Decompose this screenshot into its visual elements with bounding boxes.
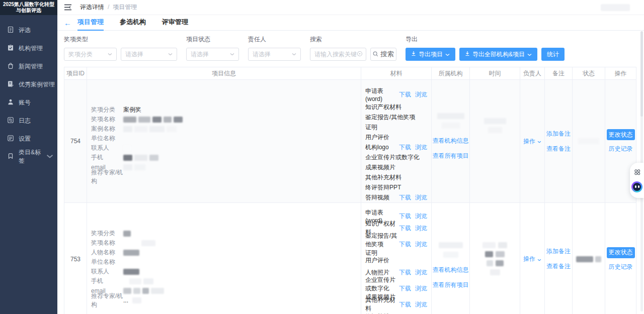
chevron-down-icon bbox=[46, 153, 53, 161]
assistant-robot-icon[interactable] bbox=[631, 181, 642, 192]
project-status-select[interactable]: 请选择 bbox=[186, 48, 239, 61]
redacted-text bbox=[498, 242, 507, 248]
sidebar-item-review[interactable]: 评选 bbox=[0, 21, 57, 39]
select-placeholder: 请选择 bbox=[191, 50, 209, 59]
change-status-button[interactable]: 更改状态 bbox=[607, 247, 635, 258]
material-name: 终评答辩PPT bbox=[365, 183, 427, 192]
col-header-materials: 材料 bbox=[361, 67, 432, 79]
download-link[interactable]: 下载 bbox=[399, 90, 411, 99]
owner-select[interactable]: 请选择 bbox=[248, 48, 301, 61]
history-link[interactable]: 历史记录 bbox=[609, 145, 633, 153]
redacted-text bbox=[123, 155, 132, 161]
table-row: 753 奖项分类 奖项名称 人物名称 单位名称 联系人 手机 email 推荐专… bbox=[64, 203, 636, 314]
collapse-menu-icon[interactable] bbox=[64, 4, 72, 11]
sidebar-item-account[interactable]: 账号 bbox=[0, 93, 57, 112]
stats-button[interactable]: 统计 bbox=[541, 48, 565, 61]
owner-action-label: 操作 bbox=[523, 255, 535, 263]
time-cell bbox=[470, 80, 520, 202]
org-cell: 查看机构信息 查看所有项目 bbox=[432, 203, 470, 314]
owner-action-dropdown[interactable]: 操作 bbox=[523, 255, 541, 263]
view-note-link[interactable]: 查看备注 bbox=[546, 145, 571, 153]
col-header-time: 时间 bbox=[470, 67, 520, 79]
download-link[interactable]: 下载 bbox=[399, 240, 411, 249]
change-status-button[interactable]: 更改状态 bbox=[607, 129, 635, 140]
preview-link[interactable]: 浏览 bbox=[415, 284, 427, 293]
download-link[interactable]: 下载 bbox=[399, 212, 411, 221]
preview-link[interactable]: 浏览 bbox=[415, 193, 427, 202]
redacted-text bbox=[123, 164, 132, 170]
chevron-down-icon bbox=[537, 256, 541, 263]
history-link[interactable]: 历史记录 bbox=[609, 263, 633, 271]
download-link[interactable]: 下载 bbox=[399, 143, 411, 152]
back-arrow-icon[interactable]: ← bbox=[64, 19, 71, 27]
download-link[interactable]: 下载 bbox=[399, 268, 411, 277]
sidebar-item-case-management[interactable]: 优秀案例管理 bbox=[0, 75, 57, 93]
filter-bar: 奖项类型 奖项分类 请选择 项目状态 请选择 bbox=[57, 31, 644, 67]
sidebar-item-org-management[interactable]: 机构管理 bbox=[0, 39, 57, 57]
owner-action-dropdown[interactable]: 操作 bbox=[523, 137, 541, 146]
sidebar-item-label: 账号 bbox=[19, 98, 31, 107]
status-cell bbox=[573, 80, 605, 202]
add-note-link[interactable]: 添加备注 bbox=[546, 130, 571, 138]
sidebar-item-categories-tags[interactable]: 类目&标签 bbox=[0, 148, 57, 166]
preview-link[interactable]: 浏览 bbox=[415, 212, 427, 221]
download-link[interactable]: 下载 bbox=[399, 284, 411, 293]
info-label: 奖项分类 bbox=[91, 229, 123, 238]
view-org-link[interactable]: 查看机构信息 bbox=[433, 137, 469, 145]
filter-label: 项目状态 bbox=[186, 35, 239, 44]
award-name-select[interactable]: 请选择 bbox=[121, 48, 177, 61]
filter-label: 导出 bbox=[406, 35, 565, 44]
scrollbar-thumb[interactable] bbox=[640, 31, 643, 117]
tab-bar: ← 项目管理 参选机构 评审管理 bbox=[57, 15, 644, 31]
tab-review-management[interactable]: 评审管理 bbox=[162, 15, 188, 31]
view-org-link[interactable]: 查看机构信息 bbox=[433, 266, 469, 274]
search-input[interactable] bbox=[314, 51, 357, 58]
view-all-projects-link[interactable]: 查看所有项目 bbox=[433, 152, 469, 160]
preview-link[interactable]: 浏览 bbox=[415, 300, 427, 309]
redacted-text bbox=[138, 117, 150, 123]
search-button[interactable]: 搜索 bbox=[370, 48, 396, 61]
view-note-link[interactable]: 查看备注 bbox=[546, 262, 571, 271]
award-category-select[interactable]: 奖项分类 bbox=[64, 48, 117, 61]
material-name: 用户评价 bbox=[365, 133, 427, 142]
sidebar-item-settings[interactable]: 设置 bbox=[0, 130, 57, 148]
preview-link[interactable]: 浏览 bbox=[415, 143, 427, 152]
info-label: 推荐专家/机构 bbox=[91, 168, 123, 185]
note-cell: 添加备注 查看备注 bbox=[545, 203, 573, 314]
owner-cell: 操作 bbox=[520, 203, 545, 314]
redacted-text bbox=[134, 164, 145, 170]
redacted-text bbox=[485, 251, 493, 257]
grid-widget-icon[interactable] bbox=[634, 169, 640, 177]
chevron-down-icon bbox=[230, 53, 234, 56]
col-header-action: 操作 bbox=[605, 67, 636, 79]
sidebar-item-logs[interactable]: 日志 bbox=[0, 112, 57, 130]
sidebar-item-label: 评选 bbox=[19, 26, 31, 35]
download-link[interactable]: 下载 bbox=[399, 224, 411, 233]
main-area: 评选详情/项目管理 ← 项目管理 参选机构 评审管理 奖项类型 奖项分类 请选择 bbox=[57, 0, 644, 314]
material-name: 成果视频片 bbox=[365, 163, 427, 172]
material-name: 申请表(word) bbox=[365, 87, 399, 102]
info-value: ... bbox=[123, 297, 128, 304]
add-note-link[interactable]: 添加备注 bbox=[546, 247, 571, 256]
tab-project-management[interactable]: 项目管理 bbox=[77, 15, 104, 31]
col-header-note: 备注 bbox=[545, 67, 573, 79]
preview-link[interactable]: 浏览 bbox=[415, 90, 427, 99]
tab-participating-orgs[interactable]: 参选机构 bbox=[120, 15, 146, 31]
view-all-projects-link[interactable]: 查看所有项目 bbox=[433, 281, 469, 289]
breadcrumb-parent[interactable]: 评选详情 bbox=[80, 4, 104, 11]
redacted-text bbox=[578, 138, 599, 144]
redacted-text bbox=[437, 113, 464, 119]
export-projects-button[interactable]: 导出项目 bbox=[406, 48, 455, 61]
tag-icon bbox=[7, 153, 14, 161]
redacted-text bbox=[134, 126, 147, 132]
preview-link[interactable]: 浏览 bbox=[415, 240, 427, 249]
preview-link[interactable]: 浏览 bbox=[415, 268, 427, 277]
info-label: 推荐专家/机构 bbox=[91, 292, 123, 309]
preview-link[interactable]: 浏览 bbox=[415, 224, 427, 233]
download-link[interactable]: 下载 bbox=[399, 193, 411, 202]
filter-award-type: 奖项类型 奖项分类 请选择 bbox=[64, 35, 177, 61]
sidebar-item-news-management[interactable]: 新闻管理 bbox=[0, 57, 57, 75]
sidebar-item-label: 日志 bbox=[19, 117, 31, 125]
export-all-button[interactable]: 导出全部机构&项目 bbox=[459, 48, 537, 61]
download-link[interactable]: 下载 bbox=[399, 300, 411, 309]
